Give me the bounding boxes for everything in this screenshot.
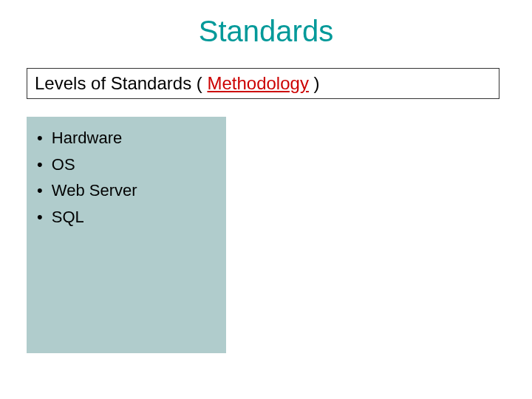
subtitle-emphasis: Methodology: [207, 73, 308, 93]
subtitle-suffix: ): [309, 73, 320, 93]
list-item: SQL: [37, 206, 216, 228]
slide: Standards Levels of Standards ( Methodol…: [0, 0, 532, 399]
list-item: Hardware: [37, 127, 216, 149]
list-item: OS: [37, 154, 216, 176]
slide-title: Standards: [0, 15, 532, 48]
subtitle-box: Levels of Standards ( Methodology ): [27, 68, 499, 99]
list-item: Web Server: [37, 180, 216, 202]
bullet-list: Hardware OS Web Server SQL: [37, 127, 216, 228]
content-box: Hardware OS Web Server SQL: [27, 117, 226, 353]
subtitle-prefix: Levels of Standards (: [35, 73, 207, 93]
